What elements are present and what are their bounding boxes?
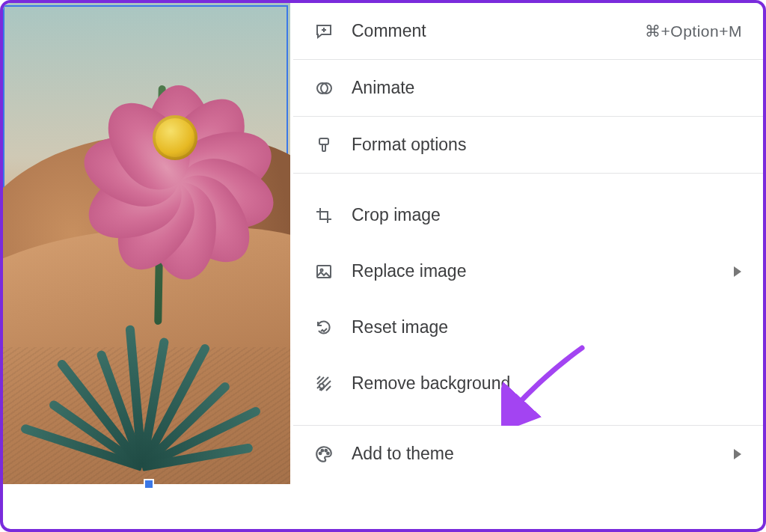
- menu-item-label: Format options: [352, 135, 742, 155]
- svg-point-10: [322, 449, 324, 451]
- animate-icon: [314, 79, 334, 98]
- submenu-arrow-icon: [733, 266, 742, 277]
- menu-item-label: Remove background: [352, 373, 742, 394]
- replace-image-icon: [314, 262, 334, 281]
- menu-item-add-to-theme[interactable]: Add to theme: [293, 426, 763, 482]
- menu-item-label: Crop image: [352, 205, 742, 225]
- reset-image-icon: [314, 318, 334, 337]
- svg-rect-5: [322, 144, 325, 151]
- palette-icon: [314, 444, 334, 464]
- menu-item-format-options[interactable]: Format options: [293, 117, 763, 173]
- menu-item-label: Comment: [352, 21, 627, 41]
- image-content: [33, 257, 242, 482]
- menu-item-reset-image[interactable]: Reset image: [293, 299, 763, 355]
- remove-background-icon: [314, 374, 334, 394]
- comment-icon: [314, 22, 334, 41]
- svg-point-9: [319, 452, 322, 454]
- crop-icon: [314, 206, 334, 225]
- selected-image[interactable]: [3, 3, 290, 484]
- svg-point-11: [325, 449, 327, 451]
- context-menu: Comment ⌘+Option+M Animate Format option…: [293, 3, 763, 529]
- menu-item-remove-background[interactable]: Remove background: [293, 355, 763, 412]
- menu-item-shortcut: ⌘+Option+M: [645, 22, 742, 40]
- svg-point-7: [321, 269, 323, 271]
- menu-item-label: Animate: [352, 78, 742, 98]
- menu-item-label: Reset image: [352, 317, 742, 337]
- menu-item-replace-image[interactable]: Replace image: [293, 243, 763, 299]
- menu-item-animate[interactable]: Animate: [293, 60, 763, 116]
- screenshot-frame: Comment ⌘+Option+M Animate Format option…: [0, 0, 766, 532]
- selection-handle[interactable]: [144, 479, 154, 489]
- svg-point-8: [319, 384, 324, 388]
- menu-item-label: Add to theme: [352, 444, 715, 464]
- format-options-icon: [314, 135, 334, 155]
- menu-item-comment[interactable]: Comment ⌘+Option+M: [293, 3, 763, 59]
- menu-item-crop-image[interactable]: Crop image: [293, 187, 763, 243]
- submenu-arrow-icon: [733, 449, 742, 459]
- menu-item-label: Replace image: [352, 261, 715, 281]
- svg-point-12: [327, 452, 329, 454]
- svg-rect-4: [319, 138, 328, 144]
